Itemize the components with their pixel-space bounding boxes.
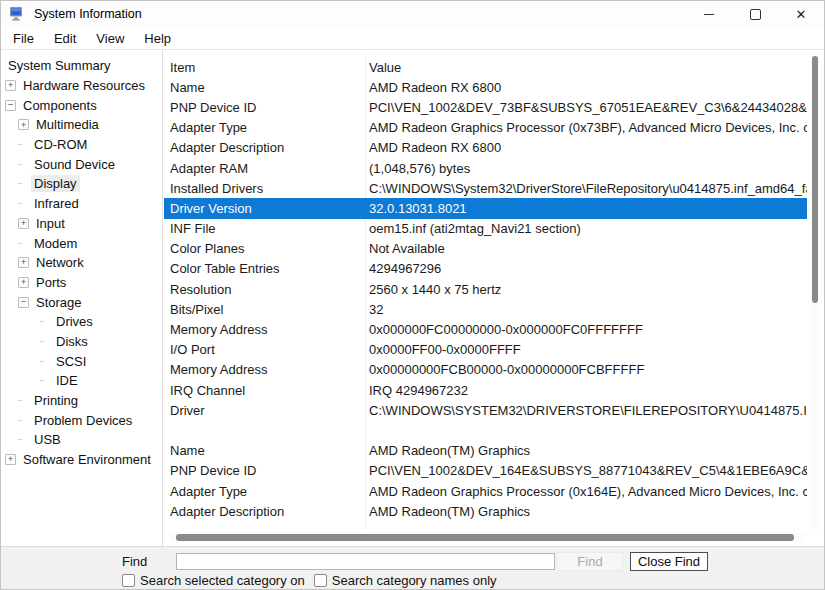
sidebar-item-label: Multimedia xyxy=(33,116,102,133)
table-row[interactable]: DriverC:\WINDOWS\SYSTEM32\DRIVERSTORE\FI… xyxy=(164,400,807,420)
sidebar-item-printing[interactable]: Printing xyxy=(1,391,162,411)
sidebar-item-scsi[interactable]: SCSI xyxy=(1,351,162,371)
horizontal-scrollbar[interactable] xyxy=(170,533,804,542)
vertical-scrollbar-thumb[interactable] xyxy=(812,56,818,303)
tree-leaf-dash xyxy=(40,376,49,385)
app-icon xyxy=(9,6,25,22)
table-row[interactable]: Adapter DescriptionAMD Radeon RX 6800 xyxy=(164,138,807,158)
tree-leaf-dash xyxy=(18,239,27,248)
tree-leaf-dash xyxy=(18,416,27,425)
sidebar-item-multimedia[interactable]: Multimedia xyxy=(1,115,162,135)
close-button[interactable]: ✕ xyxy=(778,1,824,27)
sidebar-item-input[interactable]: Input xyxy=(1,214,162,234)
tree-leaf-dash xyxy=(18,140,27,149)
search-category-names-label: Search category names only xyxy=(332,573,497,588)
tree-leaf-dash xyxy=(18,179,27,188)
sidebar-item-label: Disks xyxy=(53,333,91,350)
sidebar-item-cdrom[interactable]: CD-ROM xyxy=(1,135,162,155)
table-row[interactable]: Memory Address0x00000000FCB00000-0x00000… xyxy=(164,360,807,380)
table-row[interactable]: PNP Device IDPCI\VEN_1002&DEV_73BF&SUBSY… xyxy=(164,97,807,117)
table-row[interactable]: Adapter TypeAMD Radeon Graphics Processo… xyxy=(164,481,807,501)
window-title: System Information xyxy=(34,7,142,21)
tree-leaf-dash xyxy=(40,357,49,366)
tree-expand-icon[interactable] xyxy=(18,218,29,229)
sidebar-item-display[interactable]: Display xyxy=(1,174,162,194)
sidebar-item-disks[interactable]: Disks xyxy=(1,332,162,352)
minimize-icon xyxy=(704,14,714,15)
search-category-names-checkbox[interactable] xyxy=(314,574,327,587)
table-row[interactable]: IRQ ChannelIRQ 4294967232 xyxy=(164,380,807,400)
minimize-button[interactable] xyxy=(686,1,732,27)
menu-edit[interactable]: Edit xyxy=(44,29,86,48)
sidebar-item-ports[interactable]: Ports xyxy=(1,273,162,293)
table-row[interactable]: Color Table Entries4294967296 xyxy=(164,259,807,279)
table-row[interactable]: Installed DriversC:\WINDOWS\System32\Dri… xyxy=(164,178,807,198)
tree-expand-icon[interactable] xyxy=(5,80,16,91)
find-button[interactable]: Find xyxy=(557,552,623,571)
detail-list-panel: Item Value NameAMD Radeon RX 6800 PNP De… xyxy=(164,50,824,547)
table-row-blank xyxy=(164,420,807,440)
title-bar: System Information ✕ xyxy=(1,1,824,27)
menu-help[interactable]: Help xyxy=(134,29,181,48)
tree-expand-icon[interactable] xyxy=(18,257,29,268)
sidebar-item-label: Network xyxy=(33,254,87,271)
sidebar-item-label: SCSI xyxy=(53,353,89,370)
search-selected-category-checkbox[interactable] xyxy=(122,574,135,587)
tree-leaf-dash xyxy=(18,396,27,405)
sidebar-item-system-summary[interactable]: System Summary xyxy=(1,56,162,76)
vertical-scrollbar[interactable] xyxy=(811,56,819,529)
system-information-window: System Information ✕ File Edit View Help… xyxy=(0,0,825,590)
find-input[interactable] xyxy=(176,553,555,570)
sidebar-item-label: Infrared xyxy=(31,195,82,212)
sidebar-item-problem-devices[interactable]: Problem Devices xyxy=(1,410,162,430)
tree-leaf-dash xyxy=(40,317,49,326)
table-row[interactable]: Memory Address0x000000FC00000000-0x00000… xyxy=(164,319,807,339)
menu-bar: File Edit View Help xyxy=(1,27,824,50)
table-row-selected[interactable]: Driver Version32.0.13031.8021 xyxy=(164,198,807,218)
table-row[interactable]: Resolution2560 x 1440 x 75 hertz xyxy=(164,279,807,299)
sidebar-item-ide[interactable]: IDE xyxy=(1,371,162,391)
sidebar-item-infrared[interactable]: Infrared xyxy=(1,194,162,214)
tree-expand-icon[interactable] xyxy=(18,277,29,288)
menu-file[interactable]: File xyxy=(3,29,44,48)
sidebar-item-label: Display xyxy=(31,175,80,192)
find-bar: Find Find Close Find Search selected cat… xyxy=(1,546,824,589)
tree-collapse-icon[interactable] xyxy=(18,297,29,308)
table-row[interactable]: PNP Device IDPCI\VEN_1002&DEV_164E&SUBSY… xyxy=(164,461,807,481)
find-label: Find xyxy=(122,554,147,569)
sidebar-item-storage[interactable]: Storage xyxy=(1,292,162,312)
table-row[interactable]: Color PlanesNot Available xyxy=(164,239,807,259)
sidebar-item-usb[interactable]: USB xyxy=(1,430,162,450)
table-row[interactable]: INF Fileoem15.inf (ati2mtag_Navi21 secti… xyxy=(164,219,807,239)
tree-leaf-dash xyxy=(40,337,49,346)
sidebar-item-label: Ports xyxy=(33,274,69,291)
close-find-button[interactable]: Close Find xyxy=(630,552,708,571)
maximize-button[interactable] xyxy=(732,1,778,27)
sidebar-item-components[interactable]: Components xyxy=(1,95,162,115)
sidebar-item-modem[interactable]: Modem xyxy=(1,233,162,253)
column-header-value[interactable]: Value xyxy=(369,60,807,75)
column-header-item[interactable]: Item xyxy=(164,60,366,75)
table-row[interactable]: Adapter TypeAMD Radeon Graphics Processo… xyxy=(164,118,807,138)
close-icon: ✕ xyxy=(796,8,807,21)
table-row[interactable]: Bits/Pixel32 xyxy=(164,299,807,319)
table-row[interactable]: I/O Port0x0000FF00-0x0000FFFF xyxy=(164,340,807,360)
table-row[interactable]: NameAMD Radeon RX 6800 xyxy=(164,77,807,97)
sidebar-item-label: Hardware Resources xyxy=(20,77,148,94)
tree-collapse-icon[interactable] xyxy=(5,100,16,111)
tree-expand-icon[interactable] xyxy=(5,454,16,465)
tree-expand-icon[interactable] xyxy=(18,119,29,130)
sidebar-item-network[interactable]: Network xyxy=(1,253,162,273)
sidebar-item-sound-device[interactable]: Sound Device xyxy=(1,154,162,174)
sidebar-item-drives[interactable]: Drives xyxy=(1,312,162,332)
table-row[interactable]: Adapter DescriptionAMD Radeon(TM) Graphi… xyxy=(164,501,807,521)
horizontal-scrollbar-thumb[interactable] xyxy=(176,534,794,541)
table-row[interactable]: Adapter RAM(1,048,576) bytes xyxy=(164,158,807,178)
sidebar-item-label: Sound Device xyxy=(31,156,118,173)
sidebar-item-label: Components xyxy=(20,97,100,114)
sidebar-item-software-environment[interactable]: Software Environment xyxy=(1,450,162,470)
menu-view[interactable]: View xyxy=(86,29,134,48)
sidebar-item-hardware-resources[interactable]: Hardware Resources xyxy=(1,76,162,96)
sidebar-item-label: CD-ROM xyxy=(31,136,90,153)
table-row[interactable]: NameAMD Radeon(TM) Graphics xyxy=(164,441,807,461)
